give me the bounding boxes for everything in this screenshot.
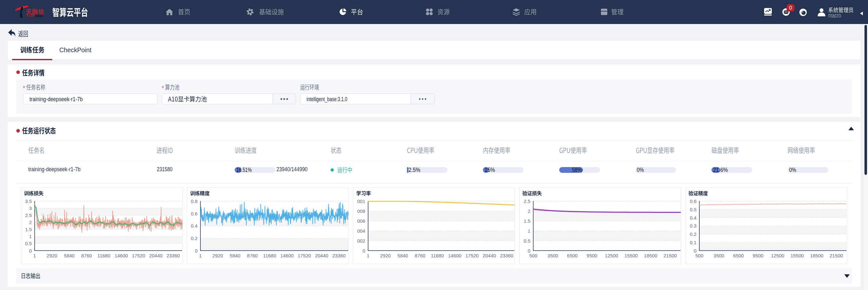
svg-text:14600: 14600 (448, 253, 461, 258)
svg-text:17520: 17520 (132, 253, 145, 258)
svg-text:3: 3 (29, 206, 32, 211)
svg-text:2.5%: 2.5% (408, 167, 421, 173)
svg-text:6500: 6500 (733, 253, 744, 258)
svg-text:14600: 14600 (280, 253, 294, 258)
svg-text:002: 002 (357, 238, 365, 244)
svg-text:0.4: 0.4 (191, 223, 197, 228)
svg-text:004: 004 (357, 228, 365, 234)
svg-text:21.6%: 21.6% (713, 167, 728, 173)
svg-text:20440: 20440 (483, 253, 496, 258)
svg-text:58%: 58% (572, 167, 582, 173)
svg-text:0: 0 (528, 248, 530, 254)
svg-text:0.2: 0.2 (191, 235, 197, 241)
svg-text:11680: 11680 (97, 253, 111, 258)
svg-text:1: 1 (367, 253, 369, 258)
svg-text:macro: macro (828, 12, 841, 19)
svg-text:1.5: 1.5 (524, 218, 530, 224)
svg-text:0.6: 0.6 (690, 198, 696, 204)
svg-text:21500: 21500 (830, 253, 843, 258)
svg-text:3500: 3500 (547, 253, 558, 258)
svg-text:17520: 17520 (465, 253, 479, 258)
svg-text:23360: 23360 (500, 253, 514, 258)
svg-text:3.5: 3.5 (25, 198, 32, 204)
svg-text:0.3: 0.3 (690, 223, 696, 228)
svg-text:2920: 2920 (46, 253, 57, 258)
svg-text:0.5: 0.5 (524, 238, 530, 244)
svg-text:23360: 23360 (166, 253, 180, 258)
svg-text:2920: 2920 (212, 253, 223, 258)
svg-text:8760: 8760 (247, 253, 257, 258)
svg-text:1: 1 (29, 234, 32, 239)
svg-text:1.5: 1.5 (25, 227, 32, 232)
svg-text:11680: 11680 (431, 253, 444, 258)
svg-text:3500: 3500 (713, 253, 724, 258)
svg-text:training-deepseek-r1-7b: training-deepseek-r1-7b (30, 96, 83, 102)
svg-text:CheckPoint: CheckPoint (59, 46, 91, 53)
svg-text:0.8: 0.8 (191, 198, 197, 204)
svg-text:12500: 12500 (605, 253, 618, 258)
svg-text:1: 1 (199, 253, 202, 258)
svg-text:2.5: 2.5 (25, 213, 32, 218)
svg-text:231580: 231580 (157, 166, 173, 173)
svg-text:9500: 9500 (586, 253, 597, 258)
svg-text:0: 0 (363, 248, 365, 254)
svg-text:12500: 12500 (771, 253, 784, 258)
svg-text:0: 0 (29, 248, 32, 254)
svg-text:5840: 5840 (397, 253, 408, 258)
svg-text:23360: 23360 (332, 253, 346, 258)
svg-text:001: 001 (357, 198, 365, 204)
svg-text:8760: 8760 (81, 253, 92, 258)
svg-text:2: 2 (29, 220, 32, 225)
svg-text:008: 008 (357, 208, 365, 214)
svg-text:2.5: 2.5 (524, 198, 530, 204)
svg-text:8760: 8760 (414, 253, 425, 258)
svg-text:0%: 0% (637, 167, 644, 173)
svg-text:15500: 15500 (624, 253, 638, 258)
svg-text:21500: 21500 (663, 253, 677, 258)
svg-text:20440: 20440 (149, 253, 162, 258)
svg-text:0.2: 0.2 (690, 231, 696, 237)
svg-text:0: 0 (694, 248, 696, 254)
svg-text:16.51%: 16.51% (236, 167, 252, 173)
svg-text:0.5: 0.5 (25, 241, 32, 246)
svg-text:17520: 17520 (298, 253, 311, 258)
svg-text:training-deepseek-r1-7b: training-deepseek-r1-7b (28, 166, 81, 173)
svg-text:0: 0 (195, 248, 197, 254)
svg-text:0.6: 0.6 (191, 211, 197, 216)
svg-text:1: 1 (33, 253, 36, 258)
svg-text:006: 006 (357, 218, 365, 224)
svg-text:15500: 15500 (790, 253, 804, 258)
svg-text:9500: 9500 (752, 253, 763, 258)
svg-text:5840: 5840 (64, 253, 74, 258)
svg-text:18500: 18500 (810, 253, 824, 258)
svg-text:15%: 15% (485, 167, 495, 173)
svg-text:11680: 11680 (263, 253, 276, 258)
svg-text:0%: 0% (789, 167, 796, 173)
svg-text:23940/144990: 23940/144990 (276, 166, 308, 173)
svg-text:2: 2 (528, 208, 530, 214)
svg-text:2920: 2920 (380, 253, 391, 258)
svg-text:500: 500 (695, 253, 703, 258)
svg-text:0.1: 0.1 (690, 240, 696, 245)
svg-text:1: 1 (528, 228, 530, 234)
svg-text:5840: 5840 (229, 253, 240, 258)
svg-text:0.5: 0.5 (690, 207, 696, 212)
svg-text:intelligent_base:3.1.0: intelligent_base:3.1.0 (307, 96, 347, 103)
svg-text:0.4: 0.4 (690, 215, 696, 221)
svg-text:6500: 6500 (567, 253, 578, 258)
svg-text:20440: 20440 (315, 253, 328, 258)
svg-text:500: 500 (529, 253, 537, 258)
svg-text:18500: 18500 (644, 253, 657, 258)
svg-text:14600: 14600 (115, 253, 128, 258)
